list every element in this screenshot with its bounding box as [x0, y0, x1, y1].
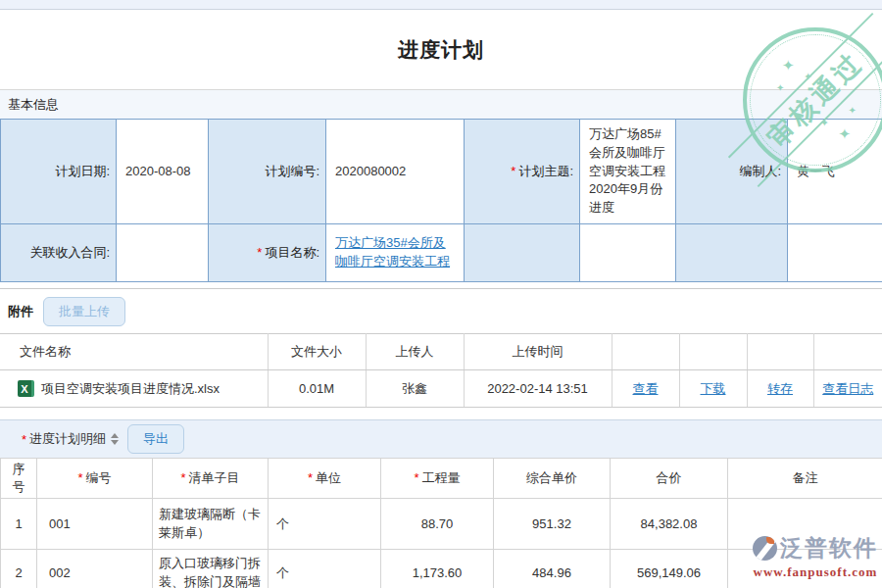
attachments-header-row: 文件名称 文件大小 上传人 上传时间 [0, 334, 882, 370]
file-action-cell: 下载 [679, 370, 747, 408]
total-cell: 569,149.06 [611, 550, 728, 588]
excel-file-icon: X [18, 380, 34, 397]
total-cell: 84,382.08 [611, 499, 728, 550]
seq-cell: 2 [1, 550, 37, 588]
details-toolbar: * 进度计划明细 导出 [0, 419, 882, 458]
item-header: *清单子目 [153, 459, 269, 499]
empty-label-cell [676, 224, 788, 282]
empty-value-cell [580, 224, 676, 282]
file-action-cell: 查看日志 [813, 370, 882, 408]
export-button[interactable]: 导出 [127, 424, 184, 454]
file-name-cell: X 项目空调安装项目进度情况.xlsx [0, 370, 268, 408]
required-mark: * [180, 470, 185, 485]
plan-subject-label: *计划主题: [465, 120, 580, 224]
project-name-label: *项目名称: [209, 224, 326, 282]
related-contract-value [117, 224, 209, 282]
action-header-empty [813, 334, 882, 370]
attachments-table: 文件名称 文件大小 上传人 上传时间 X 项目空调安装项目进度情况.xlsx 0… [0, 333, 882, 408]
action-header-empty [747, 334, 813, 370]
details-table: 序号 *编号 *清单子目 *单位 *工程量 综合单价 合价 备注 1 001 新… [0, 458, 882, 588]
seq-cell: 1 [1, 499, 37, 550]
action-header-empty [612, 334, 679, 370]
unit-cell: 个 [269, 499, 381, 550]
total-header: 合价 [611, 459, 728, 499]
file-size-header: 文件大小 [268, 334, 366, 370]
sort-icon[interactable] [111, 433, 119, 445]
quantity-header: *工程量 [381, 459, 494, 499]
unit-price-cell: 951.32 [494, 499, 611, 550]
details-row: 1 001 新建玻璃隔断（卡莱斯卓） 个 88.70 951.32 84,382… [1, 499, 882, 550]
unit-price-header: 综合单价 [494, 459, 611, 499]
top-strip [0, 0, 882, 10]
vendor-logo: 泛普软件 www.fanpusoft.com [753, 533, 878, 580]
title-row: 进度计划 [0, 10, 882, 90]
unit-header: *单位 [269, 459, 381, 499]
unit-price-cell: 484.96 [494, 550, 611, 588]
code-cell: 001 [37, 499, 153, 550]
required-mark: * [511, 164, 515, 178]
plan-date-label: 计划日期: [1, 120, 117, 224]
basic-info-section-title: 基本信息 [8, 96, 59, 114]
attachments-title: 附件 [8, 303, 33, 320]
plan-no-value: 2020080002 [326, 120, 465, 224]
required-mark: * [77, 470, 82, 485]
creator-value: 黄一飞 [788, 120, 882, 224]
basic-info-table: 计划日期: 2020-08-08 计划编号: 2020080002 *计划主题:… [0, 119, 882, 282]
page-title: 进度计划 [398, 36, 484, 64]
view-file-link[interactable]: 查看 [633, 381, 659, 396]
upload-time-header: 上传时间 [464, 334, 612, 370]
file-uploader: 张鑫 [366, 370, 464, 408]
batch-upload-button[interactable]: 批量上传 [43, 297, 125, 326]
file-action-cell: 查看 [612, 370, 679, 408]
project-name-value: 万达广场35#会所及咖啡厅空调安装工程 [326, 224, 465, 282]
vendor-name: 泛普软件 [780, 533, 878, 564]
transfer-file-link[interactable]: 转存 [767, 381, 793, 396]
plan-no-label: 计划编号: [209, 120, 326, 224]
details-row: 2 002 原入口玻璃移门拆装、拆除门及隔墙 个 1,173.60 484.96… [1, 550, 882, 588]
required-mark: * [257, 245, 262, 260]
required-mark: * [308, 470, 313, 485]
code-cell: 002 [37, 550, 153, 588]
details-section-title: 进度计划明细 [29, 430, 106, 448]
unit-cell: 个 [269, 550, 381, 588]
details-header-row: 序号 *编号 *清单子目 *单位 *工程量 综合单价 合价 备注 [1, 459, 882, 499]
plan-subject-value: 万达广场85#会所及咖啡厅空调安装工程2020年9月份进度 [580, 120, 676, 224]
uploader-header: 上传人 [366, 334, 464, 370]
file-name-header: 文件名称 [0, 334, 268, 370]
page: 进度计划 审核通过 ✦ ✦ ✦ ✦ ✦ ✦ 基本信息 计划日期: 2020-08… [0, 0, 882, 588]
remark-header: 备注 [728, 459, 882, 499]
required-mark: * [22, 432, 26, 447]
item-cell: 新建玻璃隔断（卡莱斯卓） [153, 499, 269, 550]
file-action-cell: 转存 [747, 370, 813, 408]
plan-date-value: 2020-08-08 [117, 120, 209, 224]
quantity-cell: 1,173.60 [381, 550, 494, 588]
empty-value-cell [788, 224, 882, 282]
empty-label-cell [465, 224, 580, 282]
code-header: *编号 [37, 459, 153, 499]
fanpu-logo-icon [753, 536, 777, 561]
project-name-link[interactable]: 万达广场35#会所及咖啡厅空调安装工程 [335, 235, 450, 269]
file-size: 0.01M [268, 370, 366, 408]
basic-info-section-bar: 基本信息 [0, 90, 882, 119]
related-contract-label: 关联收入合同: [1, 224, 117, 282]
seq-header: 序号 [1, 459, 37, 499]
attachment-row: X 项目空调安装项目进度情况.xlsx 0.01M 张鑫 2022-02-14 … [0, 370, 882, 408]
item-cell: 原入口玻璃移门拆装、拆除门及隔墙 [153, 550, 269, 588]
view-log-link[interactable]: 查看日志 [822, 381, 873, 396]
quantity-cell: 88.70 [381, 499, 494, 550]
download-file-link[interactable]: 下载 [701, 381, 726, 396]
file-name: 项目空调安装项目进度情况.xlsx [41, 380, 220, 398]
attachments-bar: 附件 批量上传 [0, 288, 882, 333]
file-upload-time: 2022-02-14 13:51 [464, 370, 612, 408]
creator-label: 编制人: [676, 120, 788, 224]
vendor-url: www.fanpusoft.com [753, 564, 878, 580]
required-mark: * [414, 470, 418, 485]
action-header-empty [679, 334, 747, 370]
